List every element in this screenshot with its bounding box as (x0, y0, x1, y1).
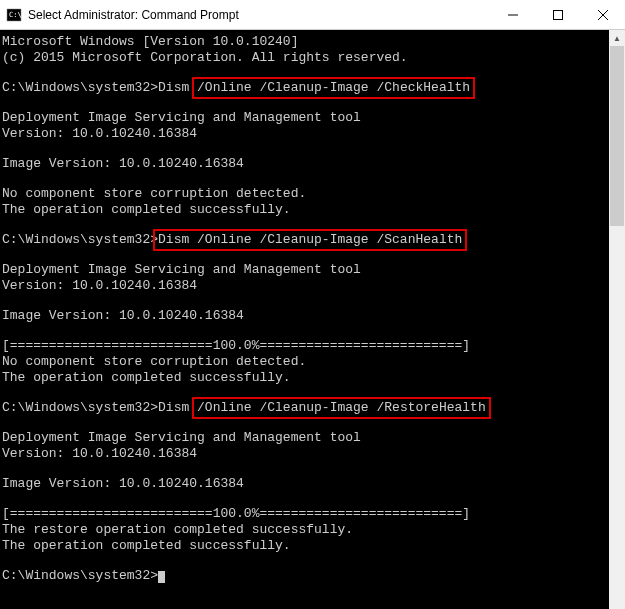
image-version: Image Version: 10.0.10240.16384 (2, 476, 244, 491)
minimize-button[interactable] (490, 0, 535, 29)
close-button[interactable] (580, 0, 625, 29)
scrollbar-thumb[interactable] (610, 46, 624, 226)
terminal-area: Microsoft Windows [Version 10.0.10240](c… (0, 30, 625, 609)
image-version: Image Version: 10.0.10240.16384 (2, 156, 244, 171)
no-corruption: No component store corruption detected. (2, 354, 306, 369)
window-controls (490, 0, 625, 29)
progress-bar: [==========================100.0%=======… (2, 506, 470, 521)
op-success: The operation completed successfully. (2, 370, 291, 385)
prompt: C:\Windows\system32> (2, 232, 158, 247)
dism-version: Version: 10.0.10240.16384 (2, 278, 197, 293)
svg-text:C:\: C:\ (9, 11, 22, 19)
scrollbar[interactable]: ▲ (609, 30, 625, 609)
dism-header: Deployment Image Servicing and Managemen… (2, 430, 361, 445)
op-success: The operation completed successfully. (2, 538, 291, 553)
highlight-checkhealth: /Online /Cleanup-Image /CheckHealth (192, 77, 475, 99)
op-success: The operation completed successfully. (2, 202, 291, 217)
prompt: C:\Windows\system32>Dism (2, 400, 197, 415)
no-corruption: No component store corruption detected. (2, 186, 306, 201)
maximize-button[interactable] (535, 0, 580, 29)
app-icon: C:\ (6, 7, 22, 23)
cursor (158, 571, 165, 583)
terminal-output[interactable]: Microsoft Windows [Version 10.0.10240](c… (0, 30, 609, 609)
window-title: Select Administrator: Command Prompt (28, 8, 490, 22)
progress-bar: [==========================100.0%=======… (2, 338, 470, 353)
prompt: C:\Windows\system32> (2, 568, 158, 583)
copyright: (c) 2015 Microsoft Corporation. All righ… (2, 50, 408, 65)
dism-header: Deployment Image Servicing and Managemen… (2, 110, 361, 125)
image-version: Image Version: 10.0.10240.16384 (2, 308, 244, 323)
restore-success: The restore operation completed successf… (2, 522, 353, 537)
highlight-restorehealth: /Online /Cleanup-Image /RestoreHealth (192, 397, 491, 419)
command-prompt-window: C:\ Select Administrator: Command Prompt… (0, 0, 625, 609)
svg-rect-3 (553, 10, 562, 19)
os-version: Microsoft Windows [Version 10.0.10240] (2, 34, 298, 49)
scroll-up-icon[interactable]: ▲ (609, 30, 625, 46)
titlebar[interactable]: C:\ Select Administrator: Command Prompt (0, 0, 625, 30)
dism-version: Version: 10.0.10240.16384 (2, 446, 197, 461)
highlight-scanhealth: Dism /Online /Cleanup-Image /ScanHealth (153, 229, 467, 251)
dism-header: Deployment Image Servicing and Managemen… (2, 262, 361, 277)
prompt: C:\Windows\system32>Dism (2, 80, 197, 95)
dism-version: Version: 10.0.10240.16384 (2, 126, 197, 141)
